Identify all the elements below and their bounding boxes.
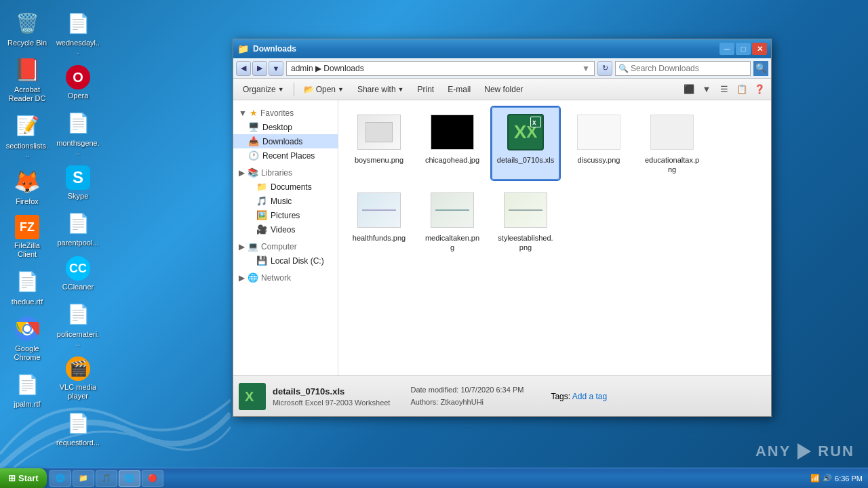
- network-header[interactable]: ▶ 🌐 Network: [233, 270, 338, 285]
- taskbar-explorer-active[interactable]: 🌐: [119, 470, 140, 487]
- desktop-icon-firefox[interactable]: 🦊 Firefox: [3, 165, 51, 209]
- desktop-icon-acrobat[interactable]: 📕 Acrobat Reader DC: [3, 54, 51, 106]
- desktop-icon-wednesdayl[interactable]: 📄 wednesdayl...: [54, 7, 102, 59]
- anyrun-run-text: RUN: [818, 443, 854, 460]
- sidebar-item-pictures[interactable]: 🖼️ Pictures: [233, 208, 338, 222]
- taskbar-ie[interactable]: 🌐: [50, 470, 71, 487]
- email-button[interactable]: E-mail: [442, 81, 476, 98]
- taskbar-media-player[interactable]: 🎵: [96, 470, 117, 487]
- details-xls-icon: X x: [502, 112, 549, 152]
- taskbar-folder[interactable]: 📁: [73, 470, 94, 487]
- new-folder-button[interactable]: New folder: [479, 81, 528, 98]
- chicagohead-filename: chicagohead.jpg: [425, 155, 479, 165]
- file-item-educationaltax[interactable]: educationaltax.png: [638, 107, 706, 180]
- sidebar-item-local-disk[interactable]: 💾 Local Disk (C:): [233, 253, 338, 268]
- sidebar-item-documents[interactable]: 📁 Documents: [233, 180, 338, 194]
- educationaltax-icon: [648, 112, 696, 152]
- sidebar-item-recent-places[interactable]: 🕐 Recent Places: [233, 148, 338, 163]
- anyrun-play-icon: [795, 442, 814, 461]
- file-item-healthfunds[interactable]: healthfunds.png: [345, 185, 413, 258]
- desktop-icon-requestlord[interactable]: 📄 requestlord...: [54, 407, 102, 450]
- desktop-icon-vlc[interactable]: 🎬 VLC media player: [54, 354, 102, 403]
- window-title-icon: 📁: [237, 43, 249, 54]
- computer-header[interactable]: ▶ 💻 Computer: [233, 239, 338, 253]
- desktop-icon-thedue[interactable]: 📄 thedue.rtf: [3, 266, 51, 309]
- minimize-button[interactable]: ─: [719, 43, 734, 55]
- desktop-icon-policemateri[interactable]: 📄 policemateri...: [54, 298, 102, 350]
- toolbar-right: ⬛ ▼ ☰ 📋 ❓: [682, 82, 767, 97]
- computer-nav-icon: 💻: [248, 241, 258, 251]
- open-icon: 📂: [304, 85, 314, 94]
- monthsgene-label: monthsgene...: [56, 139, 100, 157]
- refresh-button[interactable]: ↻: [597, 61, 612, 76]
- parentpool-icon: 📄: [64, 209, 92, 237]
- search-submit-button[interactable]: 🔍: [753, 61, 768, 76]
- taskbar-norton[interactable]: 🔴: [142, 470, 163, 487]
- sidebar-item-desktop[interactable]: 🖥️ Desktop: [233, 120, 338, 134]
- sidebar-item-downloads[interactable]: 📥 Downloads: [233, 134, 338, 148]
- taskbar: ⊞ Start 🌐 📁 🎵 🌐 🔴 📶 🔊 6:36 PM: [0, 468, 868, 488]
- forward-button[interactable]: ▶: [252, 61, 267, 76]
- norton-icon: 🔴: [148, 474, 157, 483]
- dropdown-button[interactable]: ▼: [269, 61, 283, 76]
- libraries-header[interactable]: ▶ 📚 Libraries: [233, 165, 338, 180]
- view-preview-button[interactable]: 📋: [734, 82, 749, 97]
- file-item-details-xls[interactable]: X x details_0710s.xls: [492, 107, 559, 180]
- search-icon: 🔍: [618, 64, 629, 73]
- file-item-medicaltaken[interactable]: medicaltaken.png: [418, 185, 486, 258]
- favorites-header[interactable]: ▼ ★ Favorites: [233, 106, 338, 120]
- anyrun-text: ANY: [755, 443, 791, 460]
- parentpool-label: parentpool...: [57, 239, 98, 247]
- desktop-icon-jpalm[interactable]: 📄 jpalm.rtf: [3, 368, 51, 411]
- file-item-chicagohead[interactable]: chicagohead.jpg: [418, 107, 486, 180]
- view-details-button[interactable]: ☰: [717, 82, 732, 97]
- desktop-icon-parentpool[interactable]: 📄 parentpool...: [54, 207, 102, 250]
- search-box[interactable]: 🔍: [615, 61, 751, 76]
- videos-label: Videos: [271, 225, 295, 235]
- file-item-discussy[interactable]: discussy.png: [565, 107, 633, 180]
- discussy-filename: discussy.png: [578, 155, 620, 165]
- sidebar-item-videos[interactable]: 🎥 Videos: [233, 222, 338, 237]
- desktop-icon-skype[interactable]: S Skype: [54, 163, 102, 203]
- open-button[interactable]: 📂 Open ▼: [298, 81, 349, 98]
- organize-arrow: ▼: [278, 86, 284, 93]
- status-date-modified: Date modified: 10/7/2020 6:34 PM: [410, 384, 524, 396]
- svg-text:X: X: [245, 389, 254, 404]
- sectionslists-icon: 📝: [14, 113, 41, 140]
- ccleaner-label: CCleaner: [62, 283, 94, 291]
- open-label: Open: [316, 85, 336, 94]
- maximize-button[interactable]: □: [736, 43, 751, 55]
- desktop-icon-recycle-bin[interactable]: 🗑️ Recycle Bin: [3, 7, 51, 50]
- back-button[interactable]: ◀: [236, 61, 251, 76]
- view-small-button[interactable]: ⬛: [682, 82, 696, 97]
- search-input[interactable]: [631, 64, 726, 73]
- organize-button[interactable]: Organize ▼: [237, 81, 290, 98]
- vlc-icon: 🎬: [66, 357, 90, 381]
- desktop-icon-filezilla[interactable]: FZ FileZilla Client: [3, 212, 51, 262]
- google-chrome-label: Google Chrome: [6, 344, 48, 362]
- address-path[interactable]: admin ▶ Downloads ▼: [286, 61, 595, 76]
- network-section: ▶ 🌐 Network: [233, 270, 338, 285]
- desktop-icon-opera[interactable]: O Opera: [54, 62, 102, 103]
- file-item-styleestablished[interactable]: styleestablished.png: [492, 185, 559, 258]
- media-player-icon: 🎵: [102, 474, 111, 483]
- view-dropdown-button[interactable]: ▼: [699, 82, 714, 97]
- firefox-icon: 🦊: [14, 168, 41, 195]
- start-button[interactable]: ⊞ Start: [0, 468, 47, 489]
- help-button[interactable]: ❓: [752, 82, 767, 97]
- desktop-icon-sectionslists[interactable]: 📝 sectionslists...: [3, 110, 51, 162]
- file-item-boysmenu[interactable]: boysmenu.png: [345, 107, 413, 180]
- desktop-icon-ccleaner[interactable]: CC CCleaner: [54, 253, 102, 294]
- desktop-icon-google-chrome[interactable]: Google Chrome: [3, 312, 51, 365]
- close-button[interactable]: ✕: [752, 43, 767, 55]
- desktop-icon-monthsgene[interactable]: 📄 monthsgene...: [54, 107, 102, 159]
- google-chrome-icon: [14, 315, 41, 342]
- opera-label: Opera: [68, 92, 89, 100]
- sidebar-item-music[interactable]: 🎵 Music: [233, 194, 338, 208]
- desktop-icons-area: 🗑️ Recycle Bin 📕 Acrobat Reader DC 📝 sec…: [0, 0, 231, 468]
- requestlord-icon: 📄: [64, 409, 92, 436]
- documents-label: Documents: [271, 182, 312, 192]
- share-with-button[interactable]: Share with ▼: [352, 81, 410, 98]
- print-button[interactable]: Print: [412, 81, 440, 98]
- local-disk-icon: 💾: [256, 256, 267, 266]
